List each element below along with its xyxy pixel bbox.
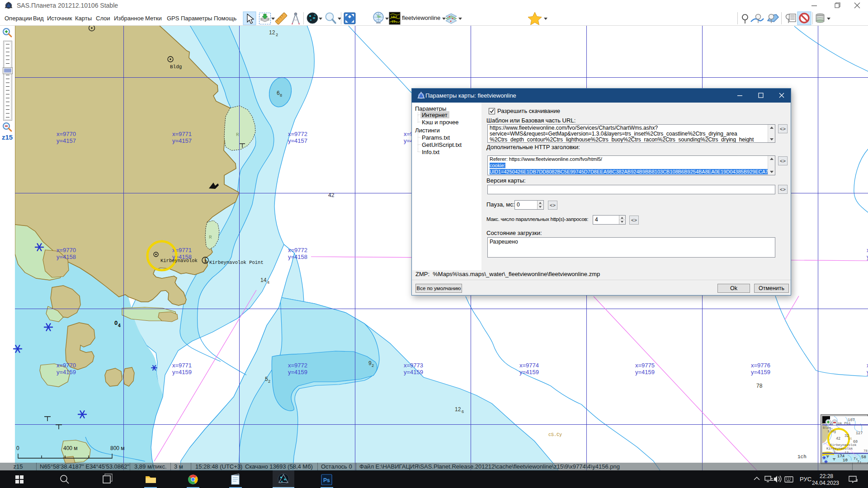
svg-text:Bldg: Bldg (170, 64, 182, 70)
svg-text:Bldg₆: Bldg₆ (823, 426, 833, 430)
svg-text:78: 78 (863, 449, 868, 453)
svg-text:10: 10 (843, 458, 848, 463)
svg-text:78: 78 (756, 383, 763, 389)
svg-text:x=9772: x=9772 (288, 131, 307, 137)
svg-text:Kirbeynavolok: Kirbeynavolok (826, 447, 853, 450)
svg-text:fleetviewonline: fleetviewonline (402, 14, 440, 21)
svg-text:Kirbeynavolok: Kirbeynavolok (160, 258, 198, 263)
svg-text:i: i (204, 258, 207, 264)
svg-text:6: 6 (462, 409, 464, 414)
svg-text:1ch: 1ch (797, 454, 807, 460)
svg-text:y=4158: y=4158 (57, 253, 76, 260)
svg-text:y=4157: y=4157 (288, 137, 307, 144)
svg-text:12₆: 12₆ (844, 451, 851, 455)
svg-text:y=4159: y=4159 (57, 369, 76, 375)
svg-text:2: 2 (372, 363, 374, 368)
svg-text:9: 9 (368, 360, 372, 366)
svg-text:4: 4 (267, 280, 269, 285)
svg-text:z15: z15 (2, 133, 13, 141)
svg-text:15₂: 15₂ (392, 20, 397, 23)
svg-text:8: 8 (280, 93, 282, 98)
svg-text:12: 12 (455, 406, 461, 413)
svg-text:R: R (236, 132, 239, 137)
svg-text:cS.Cy: cS.Cy (548, 432, 562, 437)
svg-text:0: 0 (114, 319, 118, 326)
svg-text:0: 0 (16, 445, 19, 451)
svg-text:x=9771: x=9771 (172, 362, 192, 369)
svg-text:y=4159: y=4159 (519, 369, 539, 375)
svg-text:x=9774: x=9774 (519, 362, 539, 369)
svg-text:x=9772: x=9772 (288, 247, 307, 253)
svg-text:Bldg: Bldg (828, 430, 836, 433)
svg-text:x=9776: x=9776 (751, 362, 770, 369)
svg-text:162: 162 (391, 15, 397, 19)
svg-text:y=4159: y=4159 (288, 369, 307, 375)
svg-text:6: 6 (277, 90, 280, 96)
svg-text:x=9770: x=9770 (57, 247, 76, 253)
svg-text:y=4159: y=4159 (751, 369, 770, 375)
svg-text:127: 127 (856, 431, 863, 436)
svg-text:y=4158: y=4158 (288, 253, 307, 260)
svg-text:12: 12 (269, 29, 275, 36)
svg-text:800 м: 800 м (110, 445, 125, 451)
svg-text:2: 2 (276, 33, 278, 37)
svg-text:24.04.2023: 24.04.2023 (812, 480, 839, 486)
svg-text:x=9770: x=9770 (57, 131, 76, 137)
svg-text:y=4159: y=4159 (635, 369, 655, 375)
svg-text:5: 5 (265, 376, 268, 382)
svg-text:St: St (848, 437, 852, 441)
svg-text:400 м: 400 м (63, 445, 78, 451)
svg-text:y=4157: y=4157 (57, 137, 76, 144)
svg-text:22:28: 22:28 (820, 473, 833, 479)
svg-text:x=9772: x=9772 (288, 362, 307, 369)
svg-text:R: R (209, 235, 212, 240)
svg-text:14: 14 (260, 277, 267, 283)
svg-text:РУС: РУС (800, 476, 811, 483)
svg-text:x=9770: x=9770 (57, 362, 76, 369)
svg-text:58: 58 (861, 455, 866, 460)
svg-text:Ps: Ps (323, 477, 330, 483)
svg-text:42: 42 (328, 192, 335, 198)
svg-text:y=4159: y=4159 (404, 369, 423, 375)
svg-text:x=9775: x=9775 (635, 362, 655, 369)
svg-text:42: 42 (836, 436, 840, 441)
svg-text:4: 4 (118, 323, 121, 328)
svg-text:y=4159: y=4159 (172, 369, 192, 375)
svg-text:x=9773: x=9773 (404, 362, 423, 369)
svg-text:5₂: 5₂ (834, 450, 838, 454)
svg-text:x=9771: x=9771 (172, 131, 192, 137)
svg-text:y=4157: y=4157 (172, 137, 192, 144)
svg-text:Kirbeynavolok: Kirbeynavolok (830, 443, 857, 447)
svg-text:2: 2 (268, 379, 270, 384)
svg-text:Kirbeynavolok Point: Kirbeynavolok Point (209, 260, 264, 265)
